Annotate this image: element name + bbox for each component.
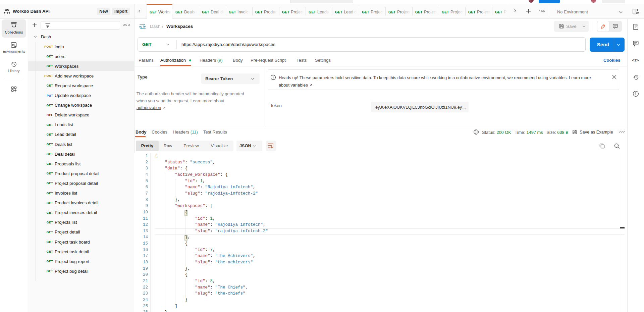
svg-text:HTTP: HTTP [139,25,146,28]
